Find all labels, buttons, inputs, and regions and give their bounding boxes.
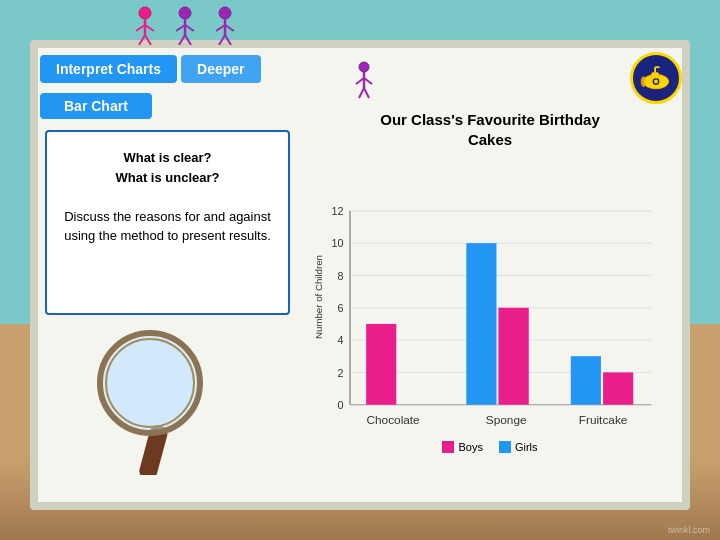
svg-line-4 xyxy=(139,35,145,45)
sub-nav: Bar Chart xyxy=(40,93,152,119)
svg-point-40 xyxy=(641,76,646,87)
legend-girls-label: Girls xyxy=(515,441,538,453)
svg-point-18 xyxy=(359,62,369,72)
sponge-boys-bar xyxy=(466,243,496,405)
svg-line-14 xyxy=(216,25,225,31)
interpret-charts-button[interactable]: Interpret Charts xyxy=(40,55,177,83)
svg-line-5 xyxy=(145,35,151,45)
submarine-icon xyxy=(638,60,674,96)
y-label-2: 2 xyxy=(338,367,344,379)
chart-legend: Boys Girls xyxy=(300,441,680,453)
sponge-girls-bar xyxy=(499,308,529,405)
bar-chart-button[interactable]: Bar Chart xyxy=(40,93,152,119)
chart-title: Our Class's Favourite Birthday Cakes xyxy=(300,110,680,149)
chart-svg: Number of Children 0 2 4 6 8 10 12 xyxy=(300,157,680,437)
person-icon-2 xyxy=(170,5,200,45)
deeper-button[interactable]: Deeper xyxy=(181,55,260,83)
legend-girls-color xyxy=(499,441,511,453)
submarine-button[interactable] xyxy=(630,52,682,104)
svg-line-16 xyxy=(219,35,225,45)
svg-point-0 xyxy=(139,7,151,19)
y-label-0: 0 xyxy=(338,399,344,411)
svg-line-8 xyxy=(176,25,185,31)
person-icons xyxy=(130,5,240,45)
y-axis-label: Number of Children xyxy=(313,255,324,339)
y-label-4: 4 xyxy=(338,334,344,346)
legend-boys: Boys xyxy=(442,441,482,453)
svg-line-3 xyxy=(145,25,154,31)
svg-line-9 xyxy=(185,25,194,31)
svg-line-17 xyxy=(225,35,231,45)
fruitcake-boys-bar xyxy=(571,356,601,404)
chart-title-line2: Cakes xyxy=(468,131,512,148)
legend-boys-label: Boys xyxy=(458,441,482,453)
info-box: What is clear? What is unclear? Discuss … xyxy=(45,130,290,315)
chart-title-line1: Our Class's Favourite Birthday xyxy=(380,111,599,128)
info-line2: What is unclear? xyxy=(115,170,219,185)
chart-area: Our Class's Favourite Birthday Cakes Num… xyxy=(300,110,680,450)
nav-bar: Interpret Charts Deeper xyxy=(40,55,261,83)
svg-line-22 xyxy=(359,88,364,98)
chart-container: Number of Children 0 2 4 6 8 10 12 xyxy=(300,157,680,437)
y-label-8: 8 xyxy=(338,270,344,282)
magnifying-glass xyxy=(90,315,220,475)
svg-point-6 xyxy=(179,7,191,19)
chocolate-boys-bar xyxy=(366,324,396,405)
svg-line-2 xyxy=(136,25,145,31)
legend-girls: Girls xyxy=(499,441,538,453)
fruitcake-girls-bar xyxy=(603,372,633,404)
x-label-chocolate: Chocolate xyxy=(366,413,420,427)
y-label-6: 6 xyxy=(338,302,344,314)
legend-boys-color xyxy=(442,441,454,453)
svg-point-26 xyxy=(106,339,194,427)
info-line1: What is clear? xyxy=(123,150,211,165)
person-icon-1 xyxy=(130,5,160,45)
person-icon-3 xyxy=(210,5,240,45)
person-icon-right xyxy=(350,60,378,104)
info-line3: Discuss the reasons for and against usin… xyxy=(63,207,272,246)
svg-line-23 xyxy=(364,88,369,98)
watermark: twinkl.com xyxy=(668,525,710,535)
svg-line-10 xyxy=(179,35,185,45)
y-label-12: 12 xyxy=(332,205,344,217)
x-label-fruitcake: Fruitcake xyxy=(579,413,628,427)
svg-line-11 xyxy=(185,35,191,45)
svg-line-15 xyxy=(225,25,234,31)
x-label-sponge: Sponge xyxy=(486,413,527,427)
y-label-10: 10 xyxy=(332,237,344,249)
svg-point-12 xyxy=(219,7,231,19)
